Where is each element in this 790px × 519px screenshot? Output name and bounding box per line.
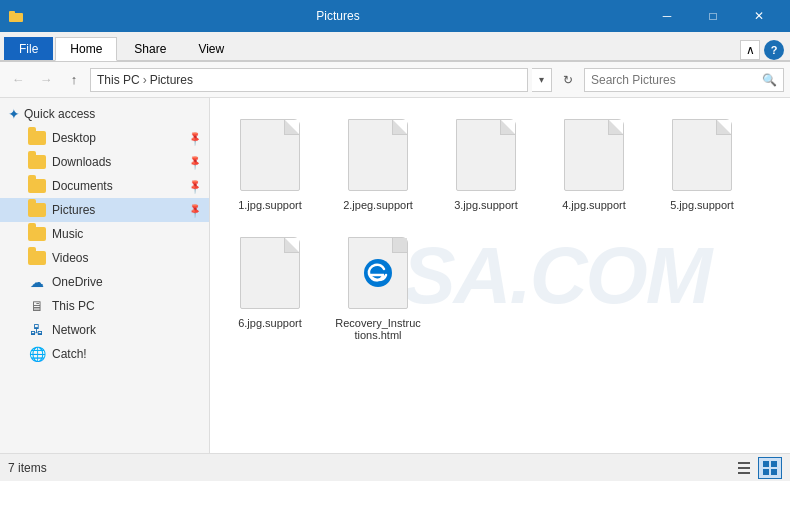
- file-area: JSA.COM 1.jpg.support 2.jpeg.support 3.j…: [210, 98, 790, 453]
- sidebar-item-onedrive[interactable]: ☁ OneDrive: [0, 270, 209, 294]
- sidebar-item-label: Pictures: [52, 203, 189, 217]
- tab-file[interactable]: File: [4, 37, 53, 60]
- svg-rect-4: [738, 467, 750, 469]
- document-icon: [240, 237, 300, 309]
- sidebar-item-label: Catch!: [52, 347, 201, 361]
- sidebar-item-label: OneDrive: [52, 275, 201, 289]
- file-name: 4.jpg.support: [562, 199, 626, 211]
- pc-icon: 🖥: [28, 297, 46, 315]
- file-name: Recovery_Instructions.html: [335, 317, 421, 341]
- document-icon: [456, 119, 516, 191]
- file-icon-area: [451, 115, 521, 195]
- tab-share[interactable]: Share: [119, 37, 181, 60]
- file-icon-area: [235, 233, 305, 313]
- list-view-button[interactable]: [732, 457, 756, 479]
- sidebar-item-label: Videos: [52, 251, 201, 265]
- sidebar-item-label: This PC: [52, 299, 201, 313]
- ribbon-tabs: File Home Share View ∧ ?: [0, 32, 790, 60]
- title-bar: Pictures ─ □ ✕: [0, 0, 790, 32]
- path-segment-thispc: This PC: [97, 73, 140, 87]
- file-icon-area: [559, 115, 629, 195]
- view-controls: [732, 457, 782, 479]
- sidebar-item-desktop[interactable]: Desktop 📌: [0, 126, 209, 150]
- pin-icon: 📌: [187, 154, 203, 170]
- address-path[interactable]: This PC › Pictures: [90, 68, 528, 92]
- forward-button[interactable]: →: [34, 68, 58, 92]
- globe-icon: 🌐: [28, 345, 46, 363]
- folder-icon: [8, 8, 24, 24]
- address-dropdown-button[interactable]: ▾: [532, 68, 552, 92]
- large-icons-view-button[interactable]: [758, 457, 782, 479]
- svg-rect-5: [738, 472, 750, 474]
- pin-icon: 📌: [187, 202, 203, 218]
- main-area: ✦ Quick access Desktop 📌 Downloads 📌 Doc…: [0, 98, 790, 453]
- sidebar-item-label: Desktop: [52, 131, 189, 145]
- pin-icon: 📌: [187, 130, 203, 146]
- sidebar-item-catch[interactable]: 🌐 Catch!: [0, 342, 209, 366]
- minimize-button[interactable]: ─: [644, 0, 690, 32]
- svg-rect-8: [763, 469, 769, 475]
- file-icon-area: [343, 233, 413, 313]
- document-icon: [564, 119, 624, 191]
- folder-icon: [28, 153, 46, 171]
- list-view-icon: [736, 460, 752, 476]
- file-name: 6.jpg.support: [238, 317, 302, 329]
- file-name: 5.jpg.support: [670, 199, 734, 211]
- search-icon: 🔍: [762, 73, 777, 87]
- window-title: Pictures: [32, 9, 644, 23]
- ribbon-collapse-button[interactable]: ∧: [740, 40, 760, 60]
- address-bar: ← → ↑ This PC › Pictures ▾ ↻ 🔍: [0, 62, 790, 98]
- maximize-button[interactable]: □: [690, 0, 736, 32]
- document-icon: [240, 119, 300, 191]
- file-item[interactable]: 4.jpg.support: [544, 108, 644, 218]
- edge-logo-icon: [362, 257, 394, 296]
- file-item[interactable]: 1.jpg.support: [220, 108, 320, 218]
- item-count: 7 items: [8, 461, 732, 475]
- folder-icon: [28, 129, 46, 147]
- path-segment-pictures: Pictures: [150, 73, 193, 87]
- file-name: 3.jpg.support: [454, 199, 518, 211]
- file-item[interactable]: Recovery_Instructions.html: [328, 226, 428, 348]
- search-box[interactable]: 🔍: [584, 68, 784, 92]
- file-name: 1.jpg.support: [238, 199, 302, 211]
- path-separator: ›: [143, 73, 147, 87]
- sidebar-item-network[interactable]: 🖧 Network: [0, 318, 209, 342]
- file-item[interactable]: 2.jpeg.support: [328, 108, 428, 218]
- document-icon: [348, 119, 408, 191]
- back-button[interactable]: ←: [6, 68, 30, 92]
- help-button[interactable]: ?: [764, 40, 784, 60]
- sidebar-item-quick-access[interactable]: ✦ Quick access: [0, 102, 209, 126]
- file-icon-area: [667, 115, 737, 195]
- network-icon: 🖧: [28, 321, 46, 339]
- ribbon: File Home Share View ∧ ?: [0, 32, 790, 62]
- refresh-button[interactable]: ↻: [556, 68, 580, 92]
- folder-icon: [28, 201, 46, 219]
- search-input[interactable]: [591, 73, 758, 87]
- sidebar-item-thispc[interactable]: 🖥 This PC: [0, 294, 209, 318]
- file-item[interactable]: 6.jpg.support: [220, 226, 320, 348]
- sidebar-item-label: Network: [52, 323, 201, 337]
- sidebar-item-documents[interactable]: Documents 📌: [0, 174, 209, 198]
- sidebar-item-music[interactable]: Music: [0, 222, 209, 246]
- large-icons-view-icon: [762, 460, 778, 476]
- sidebar-item-videos[interactable]: Videos: [0, 246, 209, 270]
- svg-rect-3: [738, 462, 750, 464]
- sidebar-item-label: Documents: [52, 179, 189, 193]
- chevron-up-icon: ∧: [746, 43, 755, 57]
- svg-rect-9: [771, 469, 777, 475]
- sidebar-item-label: Music: [52, 227, 201, 241]
- svg-rect-7: [771, 461, 777, 467]
- cloud-icon: ☁: [28, 273, 46, 291]
- file-item[interactable]: 3.jpg.support: [436, 108, 536, 218]
- close-button[interactable]: ✕: [736, 0, 782, 32]
- tab-home[interactable]: Home: [55, 37, 117, 61]
- file-item[interactable]: 5.jpg.support: [652, 108, 752, 218]
- sidebar-item-pictures[interactable]: Pictures 📌: [0, 198, 209, 222]
- window-controls: ─ □ ✕: [644, 0, 782, 32]
- tab-view[interactable]: View: [183, 37, 239, 60]
- file-icon-area: [235, 115, 305, 195]
- svg-rect-1: [9, 11, 15, 15]
- svg-rect-6: [763, 461, 769, 467]
- sidebar-item-downloads[interactable]: Downloads 📌: [0, 150, 209, 174]
- up-button[interactable]: ↑: [62, 68, 86, 92]
